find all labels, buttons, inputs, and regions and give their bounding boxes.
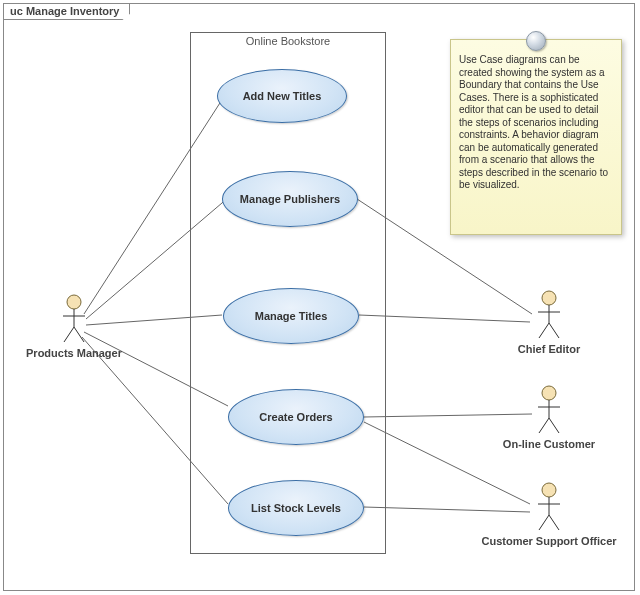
svg-line-19	[549, 515, 559, 530]
usecase-label: Manage Publishers	[240, 193, 340, 205]
assoc-cs-orders	[364, 422, 530, 504]
svg-line-3	[64, 327, 74, 342]
svg-point-5	[542, 291, 556, 305]
usecase-add-new-titles[interactable]: Add New Titles	[217, 69, 347, 123]
actor-chief-editor[interactable]: Chief Editor	[529, 290, 569, 355]
actor-label: On-line Customer	[503, 438, 595, 450]
svg-line-8	[539, 323, 549, 338]
usecase-manage-titles[interactable]: Manage Titles	[223, 288, 359, 344]
svg-line-4	[74, 327, 84, 342]
boundary-title: Online Bookstore	[191, 35, 385, 47]
frame-title-text: uc Manage Inventory	[10, 5, 119, 17]
svg-point-10	[542, 386, 556, 400]
usecase-manage-publishers[interactable]: Manage Publishers	[222, 171, 358, 227]
svg-point-0	[67, 295, 81, 309]
actor-products-manager[interactable]: Products Manager	[44, 294, 104, 359]
note-text: Use Case diagrams can be created showing…	[459, 54, 608, 190]
usecase-list-stock-levels[interactable]: List Stock Levels	[228, 480, 364, 536]
svg-line-9	[549, 323, 559, 338]
actor-icon	[536, 385, 562, 435]
frame-title: uc Manage Inventory	[4, 4, 130, 20]
usecase-label: Manage Titles	[255, 310, 328, 322]
svg-line-18	[539, 515, 549, 530]
actor-label: Chief Editor	[518, 343, 580, 355]
actor-label: Customer Support Officer	[481, 535, 616, 547]
note: Use Case diagrams can be created showing…	[450, 39, 622, 235]
svg-line-13	[539, 418, 549, 433]
actor-icon	[61, 294, 87, 344]
pin-icon	[526, 31, 546, 51]
svg-line-14	[549, 418, 559, 433]
usecase-label: Add New Titles	[243, 90, 322, 102]
diagram-frame: uc Manage Inventory Online Bookstore Add…	[3, 3, 635, 591]
assoc-cs-stock	[364, 507, 530, 512]
assoc-oc-orders	[364, 414, 532, 417]
usecase-label: List Stock Levels	[251, 502, 341, 514]
actor-customer-support-officer[interactable]: Customer Support Officer	[529, 482, 569, 547]
usecase-label: Create Orders	[259, 411, 332, 423]
usecase-create-orders[interactable]: Create Orders	[228, 389, 364, 445]
actor-online-customer[interactable]: On-line Customer	[529, 385, 569, 450]
actor-label: Products Manager	[26, 347, 122, 359]
svg-point-15	[542, 483, 556, 497]
actor-icon	[536, 482, 562, 532]
actor-icon	[536, 290, 562, 340]
